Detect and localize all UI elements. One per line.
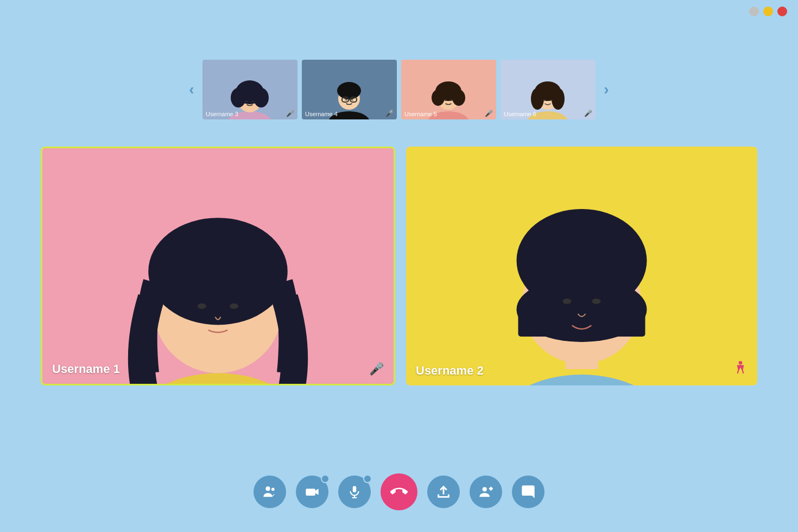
svg-point-54 <box>483 487 487 491</box>
participants-button[interactable] <box>254 476 286 508</box>
svg-point-47 <box>265 486 270 491</box>
thumbnail-user6[interactable]: Username 6 🎤 <box>501 60 596 119</box>
thumb5-mic: 🎤 <box>485 110 493 117</box>
thumbnail-strip: ‹ Username 3 <box>0 60 798 119</box>
svg-point-3 <box>231 88 246 107</box>
svg-line-46 <box>742 369 743 373</box>
prev-arrow[interactable]: ‹ <box>181 79 202 100</box>
microphone-button[interactable] <box>338 476 371 508</box>
thumb3-label: Username 3 <box>206 111 238 117</box>
thumb6-label: Username 6 <box>504 111 536 117</box>
chat-icon <box>521 484 536 499</box>
video-label-user1: Username 1 <box>52 362 120 376</box>
thumb3-mic: 🎤 <box>286 110 294 117</box>
svg-point-34 <box>230 303 238 309</box>
mic-icon-user1: 🎤 <box>369 362 384 376</box>
svg-point-4 <box>254 88 269 107</box>
thumbnail-user4[interactable]: Username 4 🎤 <box>302 60 397 119</box>
video-tile-user2[interactable]: Username 2 <box>406 147 757 385</box>
svg-point-29 <box>132 373 304 384</box>
next-arrow[interactable]: › <box>596 79 617 100</box>
svg-point-33 <box>198 303 206 309</box>
mic-badge <box>363 474 372 483</box>
end-call-icon <box>390 483 408 501</box>
video-tile-user1[interactable]: Username 1 🎤 <box>41 147 395 385</box>
participants-icon <box>262 484 277 499</box>
end-call-button[interactable] <box>381 473 417 510</box>
toolbar <box>0 473 798 510</box>
add-user-icon <box>478 484 493 499</box>
microphone-icon <box>347 485 362 499</box>
svg-point-48 <box>271 487 275 491</box>
camera-badge <box>321 474 330 483</box>
chat-button[interactable] <box>512 476 544 508</box>
svg-rect-49 <box>306 489 315 496</box>
svg-point-9 <box>337 82 361 99</box>
minimize-button[interactable] <box>749 7 759 16</box>
avatar-main-user1 <box>42 148 394 384</box>
svg-point-25 <box>531 88 544 110</box>
add-user-button[interactable] <box>470 476 502 508</box>
camera-icon <box>305 484 320 499</box>
svg-point-40 <box>525 223 639 304</box>
svg-point-43 <box>592 299 601 304</box>
svg-point-18 <box>432 90 445 106</box>
video-grid: Username 1 🎤 Username 2 <box>41 147 757 385</box>
window-controls <box>749 7 787 16</box>
thumbnail-user3[interactable]: Username 3 🎤 <box>202 60 297 119</box>
svg-point-42 <box>563 299 572 304</box>
svg-line-45 <box>738 369 739 373</box>
thumbnail-user5[interactable]: Username 5 🎤 <box>401 60 496 119</box>
svg-point-19 <box>452 90 465 106</box>
share-button[interactable] <box>427 476 460 508</box>
thumb4-mic: 🎤 <box>385 110 394 117</box>
activity-icon-user2 <box>733 360 748 378</box>
svg-point-32 <box>148 218 287 325</box>
svg-point-35 <box>495 375 669 385</box>
avatar-main-user2 <box>406 147 757 385</box>
thumb5-label: Username 5 <box>404 111 437 117</box>
share-icon <box>436 484 451 499</box>
camera-button[interactable] <box>296 476 328 508</box>
svg-point-26 <box>552 88 565 110</box>
video-label-user2: Username 2 <box>416 364 484 378</box>
maximize-button[interactable] <box>763 7 773 16</box>
svg-rect-50 <box>353 486 357 492</box>
svg-rect-41 <box>518 304 645 337</box>
thumb6-mic: 🎤 <box>584 110 592 117</box>
svg-point-44 <box>739 361 743 365</box>
close-button[interactable] <box>777 7 787 16</box>
thumb4-label: Username 4 <box>305 111 338 117</box>
thumbnails-container: Username 3 🎤 <box>202 60 596 119</box>
